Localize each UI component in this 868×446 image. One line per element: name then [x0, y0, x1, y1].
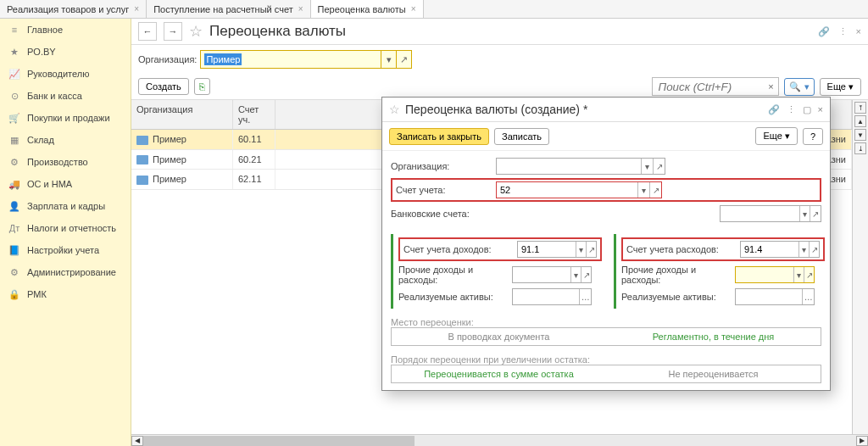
more-vert-icon[interactable]: ⋮: [787, 104, 796, 115]
copy-button[interactable]: ⎘: [194, 78, 210, 95]
sidebar-label: ОС и НМА: [27, 179, 72, 189]
dlg-bank-input[interactable]: ▾ ↗: [720, 205, 821, 222]
place-opt-1[interactable]: Регламентно, в течение дня: [606, 328, 821, 345]
chevron-down-icon[interactable]: ▾: [793, 267, 804, 282]
tab-label: Переоценка валюты: [318, 4, 406, 14]
expense-assets-input[interactable]: …: [735, 288, 815, 305]
sidebar-label: Производство: [27, 157, 88, 167]
dlg-acct-field[interactable]: [497, 185, 637, 195]
cell-org: Пример: [153, 174, 186, 184]
coin-icon: ⊙: [8, 90, 20, 102]
sidebar-production[interactable]: ⚙Производство: [0, 151, 131, 173]
h-scrollbar[interactable]: ◀ ▶: [131, 434, 868, 446]
sidebar-admin[interactable]: ⚙Администрирование: [0, 261, 131, 283]
scroll-thumb[interactable]: [143, 436, 415, 446]
close-icon[interactable]: ×: [818, 104, 823, 115]
tab-1[interactable]: Поступление на расчетный счет×: [147, 0, 310, 18]
open-icon[interactable]: ↗: [649, 182, 661, 198]
org-field[interactable]: Пример ▾ ↗: [200, 50, 412, 69]
income-assets-field[interactable]: [513, 292, 579, 302]
dlg-bank-field[interactable]: [721, 209, 799, 219]
lock-icon: 🔒: [8, 288, 20, 300]
scroll-bottom-icon[interactable]: ⤓: [854, 142, 866, 154]
more-button[interactable]: Еще ▾: [755, 127, 797, 145]
sidebar-rmk[interactable]: 🔒РМК: [0, 283, 131, 305]
ellipsis-icon[interactable]: …: [802, 289, 814, 304]
income-assets-input[interactable]: …: [512, 288, 592, 305]
clear-icon[interactable]: ×: [763, 78, 778, 95]
save-close-button[interactable]: Записать и закрыть: [389, 128, 489, 145]
dlg-org-input[interactable]: ▾ ↗: [496, 158, 665, 175]
open-icon[interactable]: ↗: [653, 159, 665, 174]
col-acct[interactable]: Счет уч.: [233, 100, 275, 129]
expense-acct-input[interactable]: ▾ ↗: [740, 241, 820, 258]
link-icon[interactable]: 🔗: [818, 26, 830, 37]
chevron-down-icon[interactable]: ▾: [641, 159, 653, 174]
order-opt-1[interactable]: Не переоценивается: [606, 365, 821, 382]
open-icon[interactable]: ↗: [586, 242, 596, 257]
scroll-up-icon[interactable]: ▲: [854, 115, 866, 127]
sidebar-settings[interactable]: 📘Настройки учета: [0, 239, 131, 261]
income-other-input[interactable]: ▾ ↗: [512, 266, 592, 283]
place-opt-0[interactable]: В проводках документа: [392, 328, 606, 345]
expense-acct-field[interactable]: [741, 244, 798, 254]
expense-other-input[interactable]: ▾ ↗: [735, 266, 815, 283]
favorite-icon[interactable]: ☆: [189, 22, 203, 41]
dlg-org-field[interactable]: [497, 161, 641, 171]
order-opt-0[interactable]: Переоценивается в сумме остатка: [392, 365, 606, 382]
chevron-down-icon[interactable]: ▾: [381, 51, 396, 68]
cell-acct: 60.21: [233, 150, 275, 170]
search-box[interactable]: ×: [652, 77, 779, 96]
sidebar-warehouse[interactable]: ▦Склад: [0, 129, 131, 151]
close-icon[interactable]: ×: [856, 26, 861, 37]
document-tabs: Реализация товаров и услуг× Поступление …: [0, 0, 868, 19]
nav-forward-button[interactable]: →: [164, 22, 182, 41]
link-icon[interactable]: 🔗: [768, 104, 780, 115]
expense-assets-field[interactable]: [736, 292, 802, 302]
create-button[interactable]: Создать: [138, 78, 189, 95]
scroll-top-icon[interactable]: ⤒: [854, 102, 866, 114]
search-input[interactable]: [653, 81, 763, 93]
close-icon[interactable]: ×: [298, 4, 303, 14]
chevron-down-icon[interactable]: ▾: [799, 206, 810, 221]
open-icon[interactable]: ↗: [396, 51, 411, 68]
chevron-down-icon[interactable]: ▾: [798, 242, 809, 257]
sidebar-main[interactable]: ≡Главное: [0, 19, 131, 41]
more-button[interactable]: Еще ▾: [820, 78, 861, 96]
scroll-down-icon[interactable]: ▼: [854, 129, 866, 141]
sidebar-manager[interactable]: 📈Руководителю: [0, 63, 131, 85]
income-acct-field[interactable]: [518, 244, 576, 254]
favorite-icon[interactable]: ☆: [389, 103, 400, 116]
open-icon[interactable]: ↗: [810, 206, 821, 221]
dlg-acct-input[interactable]: ▾ ↗: [496, 181, 662, 198]
open-icon[interactable]: ↗: [581, 267, 591, 282]
ellipsis-icon[interactable]: …: [579, 289, 591, 304]
scroll-left-icon[interactable]: ◀: [131, 436, 143, 446]
more-vert-icon[interactable]: ⋮: [838, 26, 848, 37]
sidebar-hr[interactable]: 👤Зарплата и кадры: [0, 195, 131, 217]
close-icon[interactable]: ×: [411, 4, 416, 14]
close-icon[interactable]: ×: [134, 4, 139, 14]
help-button[interactable]: ?: [803, 128, 823, 145]
sidebar-purchases[interactable]: 🛒Покупки и продажи: [0, 107, 131, 129]
search-button[interactable]: 🔍 ▾: [784, 78, 814, 96]
chevron-down-icon[interactable]: ▾: [576, 242, 586, 257]
tab-0[interactable]: Реализация товаров и услуг×: [0, 0, 147, 18]
open-icon[interactable]: ↗: [809, 242, 819, 257]
income-other-field[interactable]: [513, 270, 570, 280]
chevron-down-icon[interactable]: ▾: [570, 267, 581, 282]
sidebar-taxes[interactable]: ДтНалоги и отчетность: [0, 217, 131, 239]
tab-2[interactable]: Переоценка валюты×: [311, 0, 424, 18]
scroll-right-icon[interactable]: ▶: [856, 436, 868, 446]
save-button[interactable]: Записать: [494, 128, 549, 145]
chevron-down-icon[interactable]: ▾: [637, 182, 649, 198]
sidebar-poby[interactable]: ★PO.BY: [0, 41, 131, 63]
expense-other-field[interactable]: [736, 270, 793, 280]
maximize-icon[interactable]: ▢: [803, 104, 811, 115]
open-icon[interactable]: ↗: [804, 267, 814, 282]
sidebar-assets[interactable]: 🚚ОС и НМА: [0, 173, 131, 195]
income-acct-input[interactable]: ▾ ↗: [517, 241, 597, 258]
sidebar-bank[interactable]: ⊙Банк и касса: [0, 85, 131, 107]
col-org[interactable]: Организация: [131, 100, 233, 129]
nav-back-button[interactable]: ←: [138, 22, 157, 41]
